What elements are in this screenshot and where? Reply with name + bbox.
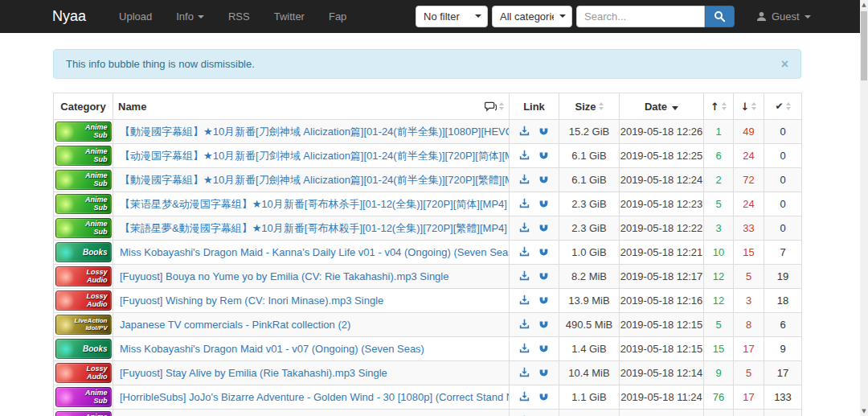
torrent-name-link[interactable]: [Fuyuost] Bouya no Yume yo by Emilia (CV… (120, 270, 448, 282)
magnet-icon[interactable] (538, 126, 549, 138)
comments-icon[interactable] (485, 101, 497, 112)
header-seeders[interactable]: ↑ (704, 93, 734, 120)
torrent-name-link[interactable]: [HorribleSubs] JoJo's Bizarre Adventure … (120, 391, 510, 403)
arrow-up-icon: ↑ (710, 101, 719, 113)
search-input[interactable] (576, 6, 705, 27)
download-icon[interactable] (519, 294, 530, 307)
table-row: AnimeSub 【動漫國字幕組】★10月新番[刀劍神域 Alicization… (54, 120, 802, 144)
category-icon[interactable]: AnimeSub (55, 387, 112, 407)
download-icon[interactable] (519, 367, 530, 380)
magnet-icon[interactable] (538, 246, 549, 259)
header-completed[interactable]: ✔ (764, 93, 802, 120)
magnet-icon[interactable] (538, 367, 549, 380)
table-row: AnimeSub 【动漫国字幕组】★10月新番[刀剑神域 Alicization… (54, 144, 802, 168)
category-icon[interactable]: LossyAudio (55, 266, 112, 286)
download-icon[interactable] (519, 126, 530, 138)
torrent-name-link[interactable]: 【動漫國字幕組】★10月新番[刀劍神域 Alicization篇][01-24(… (120, 126, 510, 138)
torrent-name-link[interactable]: [Fuyuost] Wishing by Rem (CV: Inori Mina… (120, 294, 383, 307)
magnet-icon[interactable] (538, 222, 549, 235)
torrent-name-link[interactable]: Miss Kobayashi's Dragon Maid v01 - v07 (… (120, 343, 424, 355)
nav-item-info[interactable]: Info (164, 0, 216, 33)
scrollbar-thumb[interactable] (861, 11, 867, 80)
category-icon[interactable]: AnimeSub (55, 411, 112, 416)
download-icon[interactable] (519, 198, 530, 211)
magnet-icon[interactable] (538, 198, 549, 211)
magnet-icon[interactable] (538, 319, 549, 332)
scrollbar-up-arrow[interactable]: ▲ (860, 0, 868, 10)
magnet-icon[interactable] (538, 174, 549, 187)
sort-desc-icon (672, 106, 678, 110)
torrent-name-link[interactable]: 【动漫国字幕组】★10月新番[刀剑神域 Alicization篇][01-24(… (120, 150, 510, 162)
category-icon[interactable]: Books (55, 339, 112, 359)
brand-link[interactable]: Nyaa (52, 8, 86, 25)
download-icon[interactable] (519, 343, 530, 356)
user-menu[interactable]: Guest (756, 0, 811, 33)
header-name: Name (113, 93, 510, 120)
torrent-name-link[interactable]: Miss Kobayashi's Dragon Maid - Kanna's D… (120, 246, 510, 258)
download-icon[interactable] (519, 246, 530, 259)
category-icon[interactable]: AnimeSub (55, 122, 112, 142)
sort-icon-comments[interactable] (499, 102, 504, 110)
check-icon: ✔ (775, 101, 783, 112)
header-link: Link (510, 93, 559, 120)
download-icon[interactable] (519, 391, 530, 404)
torrent-name-link[interactable]: [Fuyuost] Stay Alive by Emilia (Rie Taka… (120, 367, 387, 379)
nav-item-upload[interactable]: Upload (107, 0, 164, 33)
nav-item-fap[interactable]: Fap (317, 0, 358, 33)
category-icon[interactable]: AnimeSub (55, 170, 112, 190)
category-icon[interactable]: LossyAudio (55, 363, 112, 383)
search-icon (714, 10, 726, 23)
table-row: AnimeSub 【茉语星梦&动漫国字幕组】★10月新番[哥布林杀手][01-1… (54, 192, 802, 216)
torrent-name-link[interactable]: 【茉语星梦&动漫国字幕组】★10月新番[哥布林杀手][01-12(全集)][72… (120, 198, 507, 210)
category-icon[interactable]: LossyAudio (55, 290, 112, 311)
magnet-icon[interactable] (538, 294, 549, 307)
torrent-name-link[interactable]: 【茉語星夢&動漫國字幕組】★10月新番[哥布林殺手][01-12(全集)][72… (120, 222, 507, 234)
chevron-down-icon (805, 15, 811, 19)
search-bar: No filter All categories (416, 6, 735, 27)
close-icon[interactable]: × (781, 58, 788, 71)
download-icon[interactable] (519, 222, 530, 235)
download-icon[interactable] (519, 150, 530, 163)
category-icon[interactable]: Books (55, 242, 112, 262)
table-row: AnimeSub [HorribleSubs] JoJo's Bizarre A… (54, 385, 802, 410)
scrollbar[interactable]: ▲ ▼ (860, 0, 868, 416)
torrent-table: Category Name Link Size Date (53, 93, 801, 416)
chevron-down-icon (198, 15, 204, 19)
search-button[interactable] (705, 6, 735, 27)
download-icon[interactable] (519, 319, 530, 332)
scrollbar-down-arrow[interactable]: ▼ (860, 406, 868, 416)
magnet-icon[interactable] (538, 150, 549, 163)
table-row: LossyAudio [Fuyuost] Stay Alive by Emili… (54, 361, 802, 385)
header-date[interactable]: Date (620, 93, 704, 120)
nav-item-rss[interactable]: RSS (216, 0, 262, 33)
category-icon[interactable]: AnimeSub (55, 146, 112, 166)
table-row: Books Miss Kobayashi's Dragon Maid - Kan… (54, 241, 802, 265)
category-icon[interactable]: LiveActionIdol/PV (55, 315, 112, 335)
header-leechers[interactable]: ↓ (734, 93, 764, 120)
sort-icon-leechers (751, 102, 756, 110)
table-row: LossyAudio [Fuyuost] Bouya no Yume yo by… (54, 265, 802, 289)
magnet-icon[interactable] (538, 270, 549, 283)
nav-links: Upload Info RSS Twitter Fap (107, 0, 358, 33)
download-icon[interactable] (519, 270, 530, 283)
category-icon[interactable]: AnimeSub (55, 218, 112, 238)
torrent-name-link[interactable]: Japanese TV commercials - PinkRat collec… (120, 319, 350, 331)
magnet-icon[interactable] (538, 343, 549, 356)
header-size[interactable]: Size (559, 93, 620, 120)
table-header-row: Category Name Link Size Date (54, 93, 802, 120)
category-icon[interactable]: AnimeSub (55, 194, 112, 214)
download-icon[interactable] (519, 174, 530, 187)
magnet-icon[interactable] (538, 391, 549, 404)
torrent-name-link[interactable]: 【動漫國字幕組】★10月新番[刀劍神域 Alicization篇][01-24(… (120, 174, 510, 186)
table-row: AnimeSub 【茉語星夢&動漫國字幕組】★10月新番[哥布林殺手][01-1… (54, 216, 802, 241)
category-select[interactable]: All categories (492, 6, 572, 27)
sort-icon-size (599, 102, 604, 110)
table-row: LossyAudio [Fuyuost] Wishing by Rem (CV:… (54, 289, 802, 313)
header-category: Category (54, 93, 113, 120)
info-alert: This info bubble thing is now dismissibl… (53, 49, 801, 79)
filter-select[interactable]: No filter (416, 6, 488, 27)
sort-icon-seeders (722, 102, 727, 110)
arrow-down-icon: ↓ (741, 101, 750, 113)
nav-item-twitter[interactable]: Twitter (262, 0, 317, 33)
table-row: AnimeSub (54, 410, 802, 416)
